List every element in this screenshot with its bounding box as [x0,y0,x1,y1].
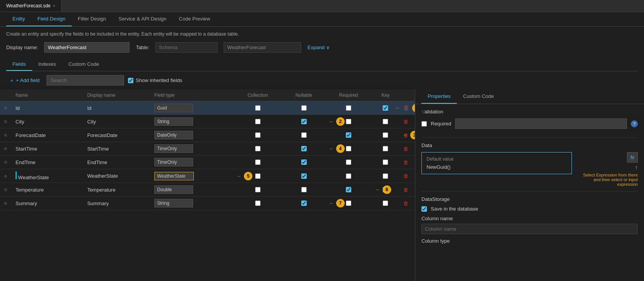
key-checkbox-summary[interactable] [383,200,388,206]
annotation-1: 1 [412,104,415,112]
nullable-checkbox-id[interactable] [301,105,307,111]
display-name-row: Display name: Table: Expand ∨ [6,42,638,53]
drag-handle-icon[interactable]: ≡ [4,187,7,193]
subtab-indexes[interactable]: Indexes [32,58,62,71]
key-checkbox-forecast[interactable] [383,132,388,138]
show-inherited-row: Show inherited fields [128,77,182,83]
nullable-checkbox-end[interactable] [301,159,307,165]
field-type-select-temp[interactable]: Double [154,185,193,194]
expression-note: Select Expression from there and then se… [576,173,638,187]
save-in-db-checkbox[interactable] [421,206,427,212]
collection-checkbox-weather[interactable] [255,173,261,179]
required-checkbox-weather[interactable] [346,173,351,179]
collection-checkbox-temp[interactable] [255,187,261,192]
nullable-checkbox-forecast[interactable] [301,132,307,138]
default-value-box: Default value NewGuid() [421,152,572,174]
required-checkbox-summary[interactable] [346,200,351,206]
field-name-start: StartTime [12,142,83,156]
tab-entity[interactable]: Entity [6,12,31,26]
key-checkbox-id[interactable] [383,105,388,111]
delete-icon-end[interactable]: 🗑 [403,159,408,165]
key-checkbox-start[interactable] [383,146,388,151]
collection-checkbox-id[interactable] [255,105,261,111]
required-checkbox-city[interactable] [346,119,351,124]
field-type-select-start[interactable]: TimeOnly [154,144,193,153]
table-row: ≡ Temperature Temperature Double [0,183,415,197]
tab-field-design[interactable]: Field Design [31,12,72,26]
table-name-input[interactable] [224,42,301,53]
drag-handle-icon[interactable]: ≡ [4,200,7,206]
drag-handle-icon[interactable]: ≡ [4,159,7,165]
prop-tab-custom-code[interactable]: Custom Code [457,89,500,104]
display-name-input[interactable] [44,42,129,53]
tab-bar: WeatherForecast.sde × [0,0,644,12]
key-checkbox-weather[interactable] [383,173,388,179]
delete-icon-summary[interactable]: 🗑 [403,200,408,206]
key-checkbox-end[interactable] [383,159,388,165]
drag-handle-icon[interactable]: ≡ [4,173,7,179]
delete-icon-weather[interactable]: 🗑 [403,173,408,179]
collection-checkbox-summary[interactable] [255,200,261,206]
field-display-end: EndTime [83,156,150,169]
collection-checkbox-city[interactable] [255,119,261,124]
subtab-custom-code[interactable]: Custom Code [62,58,105,71]
tab-filter-design[interactable]: Filter Design [72,12,112,26]
schema-input[interactable] [155,42,218,53]
col-header-required: Required [325,89,372,101]
annotation-4: 4 [336,144,345,153]
field-type-select-weather[interactable]: WeatherState [154,172,194,180]
fx-area: fx ↑ Select Expression from there and th… [576,152,638,187]
add-field-button[interactable]: ＋ + Add field [6,75,43,86]
tab-service-api[interactable]: Service & API Design [112,12,173,26]
delete-icon-temp[interactable]: 🗑 [403,187,408,193]
column-name-input[interactable] [421,224,638,234]
tab-code-preview[interactable]: Code Preview [173,12,216,26]
description-text: Create an entity and specify the fields … [6,31,638,37]
expand-button[interactable]: Expand ∨ [307,45,330,50]
drag-handle-icon[interactable]: ≡ [4,146,7,152]
prop-tab-properties[interactable]: Properties [421,89,457,104]
delete-icon-city[interactable]: 🗑 [403,119,408,125]
required-checkbox-id[interactable] [346,105,351,111]
table-row: ≡ WeatherState WeatherState WeatherState… [0,169,415,183]
collection-checkbox-start[interactable] [255,146,261,151]
drag-handle-icon[interactable]: ≡ [4,132,7,138]
collection-checkbox-forecast[interactable] [255,132,261,138]
subtab-fields[interactable]: Fields [6,58,32,71]
delete-icon-start[interactable]: 🗑 [403,146,408,152]
required-checkbox-temp[interactable] [346,187,351,192]
fields-panel: Name Display name Field type Collection … [0,89,415,281]
fx-button[interactable]: fx [627,152,638,163]
show-inherited-checkbox[interactable] [128,78,133,83]
nullable-checkbox-weather[interactable] [301,173,307,179]
close-icon[interactable]: × [53,4,55,8]
required-checkbox-forecast[interactable] [346,132,351,138]
field-type-select-id[interactable]: Guid [154,104,193,112]
plus-icon: ＋ [9,77,14,84]
help-icon[interactable]: ? [631,120,638,127]
nullable-checkbox-start[interactable] [301,146,307,151]
nullable-checkbox-city[interactable] [301,119,307,124]
file-tab[interactable]: WeatherForecast.sde × [0,0,62,12]
drag-handle-icon[interactable]: ≡ [4,118,7,125]
required-checkbox-start[interactable] [346,146,351,151]
drag-handle-icon[interactable]: ≡ [4,105,7,111]
required-value-input[interactable] [455,118,627,129]
main-layout: Name Display name Field type Collection … [0,89,644,281]
field-name-forecast: ForecastDate [12,129,83,142]
nullable-checkbox-temp[interactable] [301,187,307,192]
required-checkbox-end[interactable] [346,159,351,165]
collection-checkbox-end[interactable] [255,159,261,165]
prop-tabs: Properties Custom Code [415,89,644,104]
field-type-select-forecast[interactable]: DateOnly [154,131,193,139]
field-name-end: EndTime [12,156,83,169]
data-section: Data Default value NewGuid() fx ↑ Select… [415,138,644,191]
field-type-select-summary[interactable]: String [154,199,193,207]
delete-icon-id[interactable]: 🗑 [403,105,409,111]
nullable-checkbox-summary[interactable] [301,200,307,206]
key-checkbox-city[interactable] [383,119,388,124]
search-input[interactable] [47,75,124,86]
field-type-select-end[interactable]: TimeOnly [154,158,193,166]
required-prop-checkbox[interactable] [421,121,427,127]
field-type-select-city[interactable]: String [154,117,193,126]
